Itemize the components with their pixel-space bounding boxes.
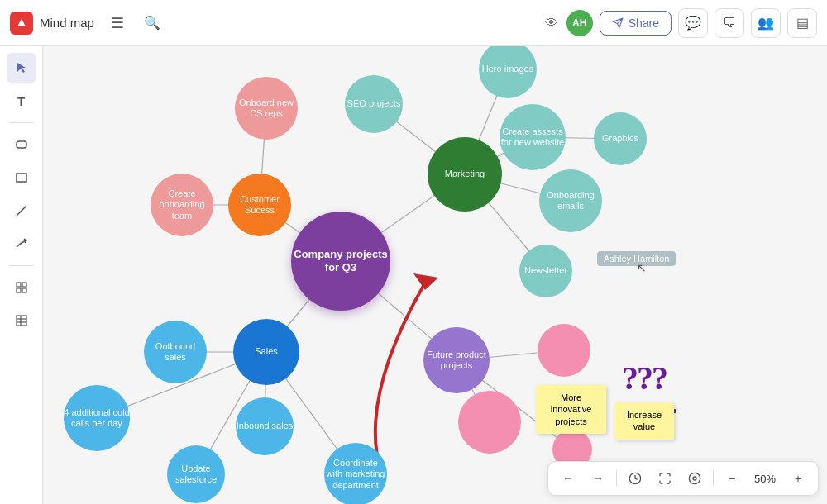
select-tool[interactable] [7, 53, 36, 83]
layout-icon[interactable]: ▤ [787, 8, 817, 38]
rounded-rect-tool[interactable] [7, 130, 36, 159]
cursor-pointer: ↖ [637, 261, 647, 274]
node-graphics[interactable]: Graphics [594, 112, 647, 165]
node-newsletter[interactable]: Newsletter [519, 245, 572, 297]
node-sales[interactable]: Sales [233, 319, 299, 385]
toolbar-divider-1 [616, 470, 617, 487]
sticky-2[interactable]: Increase value [614, 402, 674, 440]
svg-point-33 [689, 473, 700, 483]
table-tool[interactable] [7, 306, 36, 335]
center-node[interactable]: Company projects for Q3 [291, 212, 390, 311]
left-sidebar: T [0, 46, 43, 504]
node-pink2[interactable] [458, 391, 521, 454]
node-outbound[interactable]: Outbound sales [144, 321, 207, 383]
question-marks: ??? [622, 359, 667, 397]
bottom-toolbar: ← → − 50% + [547, 461, 819, 496]
arrow-layer [43, 46, 827, 504]
history-button[interactable] [624, 467, 647, 490]
chat-icon[interactable]: 🗨 [715, 8, 744, 38]
undo-button[interactable]: ← [557, 467, 580, 490]
node-customer[interactable]: Customer Sucess [228, 174, 291, 236]
node-update-sf[interactable]: Update salesforce [167, 445, 225, 503]
node-create-onboarding[interactable]: Create onboarding team [151, 174, 213, 236]
svg-rect-6 [22, 288, 26, 292]
toolbar-divider-2 [713, 470, 714, 487]
node-onboarding-emails[interactable]: Onboarding emails [539, 169, 602, 232]
svg-rect-1 [17, 174, 26, 182]
node-seo[interactable]: SEO projects [345, 75, 403, 133]
svg-line-2 [17, 206, 26, 216]
zoom-in-button[interactable]: + [786, 467, 810, 490]
node-pink1[interactable] [538, 324, 590, 377]
sidebar-divider-2 [9, 265, 34, 266]
zoom-level: 50% [750, 473, 780, 485]
node-cold-calls[interactable]: 4 additional cold calls per day [64, 385, 130, 451]
avatar[interactable]: AH [566, 10, 593, 36]
menu-icon[interactable]: ☰ [104, 11, 131, 36]
node-inbound[interactable]: Inbound sales [236, 397, 294, 455]
rect-tool[interactable] [7, 163, 36, 193]
node-marketing[interactable]: Marketing [428, 137, 502, 212]
redo-button[interactable]: → [586, 467, 609, 490]
node-create-assets[interactable]: Create assests for new website [500, 104, 566, 170]
location-button[interactable] [683, 467, 706, 490]
node-future[interactable]: Future product projects [423, 327, 490, 393]
node-hero[interactable]: Hero images [479, 46, 537, 98]
svg-rect-4 [22, 283, 26, 287]
svg-rect-5 [17, 288, 21, 292]
zoom-out-button[interactable]: − [720, 467, 743, 490]
svg-rect-3 [17, 283, 21, 287]
svg-marker-31 [414, 273, 438, 290]
users-icon[interactable]: 👥 [751, 8, 781, 38]
line-tool[interactable] [7, 196, 36, 226]
search-icon[interactable]: 🔍 [137, 12, 167, 34]
connections-layer [43, 46, 827, 504]
grid-tool[interactable] [7, 273, 36, 302]
text-tool[interactable]: T [7, 86, 36, 116]
node-onboard-cs[interactable]: Onboard new CS reps [235, 77, 298, 140]
svg-point-34 [693, 477, 696, 480]
expand-button[interactable] [653, 467, 676, 490]
app-logo [10, 12, 33, 35]
svg-rect-0 [17, 141, 26, 148]
node-coordinate[interactable]: Coordinate with marketing department [324, 443, 387, 504]
app-title: Mind map [40, 16, 94, 30]
sidebar-divider-1 [9, 122, 34, 123]
connector-tool[interactable] [7, 229, 36, 259]
top-toolbar: Mind map ☰ 🔍 👁 AH Share 💬 🗨 👥 ▤ [0, 0, 827, 46]
preview-icon[interactable]: 👁 [545, 16, 558, 31]
share-button[interactable]: Share [600, 11, 672, 36]
mindmap-canvas[interactable]: Ashley Hamilton ↖ ??? • • • Company proj… [43, 46, 827, 504]
svg-rect-7 [17, 316, 26, 326]
sticky-1[interactable]: More innovative projects [536, 385, 606, 434]
comment-icon[interactable]: 💬 [678, 8, 708, 38]
